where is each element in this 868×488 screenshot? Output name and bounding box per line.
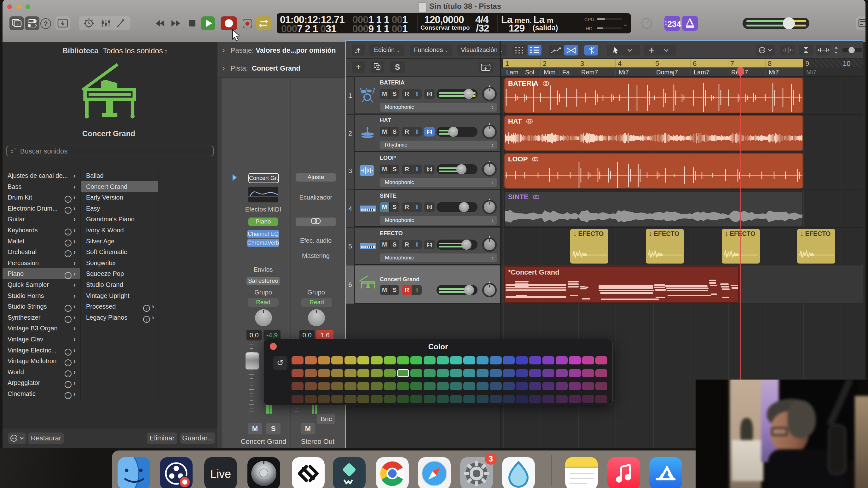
svg-text:Live: Live — [210, 467, 231, 481]
svg-text:♪: ♪ — [17, 22, 19, 26]
